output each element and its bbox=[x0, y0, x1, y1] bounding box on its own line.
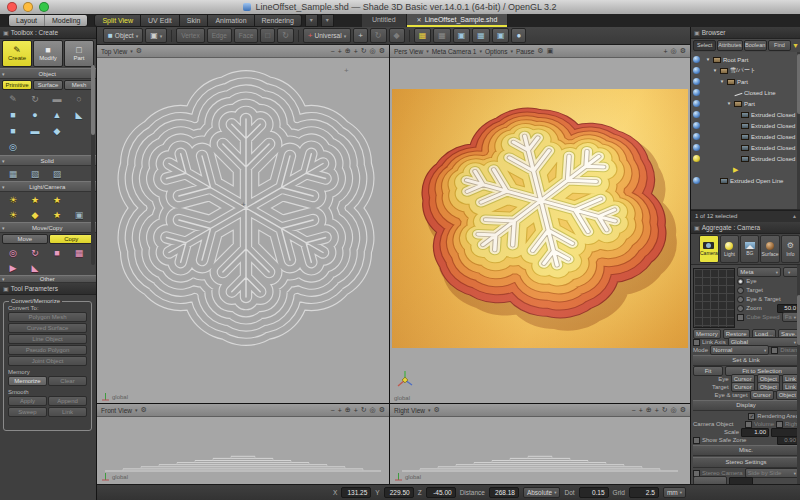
tree-row[interactable]: Extruded Closed bbox=[703, 131, 797, 142]
light-camera-section-header[interactable]: ▾Light/Camera bbox=[0, 181, 96, 192]
rotate-manipulator-button[interactable]: ↻ bbox=[370, 28, 387, 43]
cylinder-tool-icon[interactable]: ▬ bbox=[24, 124, 46, 138]
disclosure-icon[interactable]: ▼ bbox=[712, 68, 718, 73]
right-checkbox[interactable] bbox=[776, 421, 783, 428]
tab-info[interactable]: ⚙Info bbox=[781, 235, 800, 263]
tab-light[interactable]: Light bbox=[720, 235, 739, 263]
coordinate-space-label[interactable]: global bbox=[394, 395, 410, 401]
area-light-icon[interactable]: ◆ bbox=[24, 208, 46, 222]
render-flag-sphere[interactable] bbox=[693, 78, 700, 85]
copy-button[interactable]: Copy bbox=[49, 234, 95, 244]
object-section-header[interactable]: ▾Object bbox=[0, 68, 96, 79]
zoom-out-icon[interactable]: − bbox=[632, 407, 636, 414]
mirror-copy-icon[interactable]: ▶ bbox=[2, 261, 24, 275]
view-settings-icon[interactable]: ⚙ bbox=[680, 47, 686, 55]
spot-light-icon[interactable]: ★ bbox=[24, 193, 46, 207]
cone-tool-icon[interactable]: ▲ bbox=[46, 108, 68, 122]
safe-zone-checkbox[interactable] bbox=[693, 437, 700, 444]
viewport-label[interactable]: Right View bbox=[394, 407, 425, 414]
polyline-tool-icon[interactable]: ✎ bbox=[2, 92, 24, 106]
options-menu[interactable]: Options bbox=[485, 48, 507, 55]
shear-copy-icon[interactable]: ◣ bbox=[24, 261, 46, 275]
toolbox-scrollbar[interactable] bbox=[91, 65, 95, 265]
solid-subtract-icon[interactable]: ▧ bbox=[24, 167, 46, 181]
distant-checkbox[interactable] bbox=[771, 347, 778, 354]
zoom-in-icon[interactable]: + bbox=[664, 48, 668, 55]
solid-intersect-icon[interactable]: ▨ bbox=[46, 167, 68, 181]
disclosure-icon[interactable]: ▼ bbox=[726, 101, 732, 106]
tree-row[interactable]: Extruded Closed bbox=[703, 153, 797, 164]
close-tab-icon[interactable]: ✕ bbox=[417, 17, 422, 23]
magnify-icon[interactable]: ◎ bbox=[671, 47, 677, 55]
x-coordinate[interactable]: 131.25 bbox=[341, 487, 371, 498]
memory-button[interactable]: Memory bbox=[693, 329, 721, 339]
tree-row[interactable]: Extruded Closed bbox=[703, 142, 797, 153]
camera-mode-button[interactable]: ▣▾ bbox=[145, 28, 167, 43]
memorize-button[interactable]: Memorize bbox=[8, 376, 47, 386]
tree-row[interactable]: ▼Part bbox=[703, 98, 797, 109]
tab-find[interactable]: Find bbox=[768, 40, 791, 51]
workspace-add-button[interactable]: ▾ bbox=[321, 14, 334, 27]
mode-select[interactable]: Normal▾ bbox=[710, 345, 769, 355]
tab-surface[interactable]: Surface bbox=[33, 80, 63, 90]
render-flag-sphere[interactable] bbox=[693, 144, 700, 151]
camera-type-select[interactable]: Meta▾ bbox=[737, 267, 781, 277]
render-flag-sphere[interactable] bbox=[693, 133, 700, 140]
lasso-select-button[interactable]: ↻ bbox=[277, 28, 294, 43]
grid-value[interactable]: 2.5 bbox=[629, 487, 659, 498]
solid-union-icon[interactable]: ▦ bbox=[2, 167, 24, 181]
smooth-append-button[interactable]: Append bbox=[48, 396, 87, 406]
pers-viewport[interactable]: Pers View▾ Meta Camera 1▾ Options▾ Pause… bbox=[390, 45, 690, 403]
tab-rendering[interactable]: Rendering bbox=[255, 14, 302, 27]
rotate-view-icon[interactable]: ↻ bbox=[361, 406, 367, 414]
part-button[interactable]: □Part bbox=[64, 40, 94, 67]
clear-button[interactable]: Clear bbox=[48, 376, 87, 386]
single-view-button[interactable]: ▣ bbox=[453, 28, 471, 43]
disc-tool-icon[interactable]: ◆ bbox=[46, 124, 68, 138]
solid-section-header[interactable]: ▾Solid bbox=[0, 155, 96, 166]
pan-icon[interactable]: + bbox=[354, 48, 358, 55]
distance-value[interactable]: 268.18 bbox=[489, 487, 519, 498]
view-settings-icon[interactable]: ⚙ bbox=[379, 406, 385, 414]
linear-light-icon[interactable]: ★ bbox=[46, 208, 68, 222]
rounded-box-tool-icon[interactable]: ■ bbox=[2, 108, 24, 122]
smooth-sweep-button[interactable]: Sweep bbox=[8, 407, 47, 417]
render-flag-sphere[interactable] bbox=[693, 177, 700, 184]
coordinate-space-label[interactable]: global bbox=[405, 474, 421, 480]
y-coordinate[interactable]: 229.50 bbox=[384, 487, 414, 498]
quad-view-button[interactable]: ▦ bbox=[472, 28, 490, 43]
render-flag-sphere[interactable] bbox=[693, 67, 700, 74]
shading-mode-button[interactable]: ● bbox=[511, 28, 526, 43]
tree-row[interactable]: ▼雪/パート bbox=[703, 65, 797, 76]
coordinate-space-label[interactable]: global bbox=[112, 474, 128, 480]
viewport-gear-icon[interactable]: ⚙ bbox=[433, 406, 439, 414]
tab-mesh[interactable]: Mesh bbox=[64, 80, 94, 90]
tree-row[interactable]: Extruded Closed bbox=[703, 109, 797, 120]
torus-tool-icon[interactable]: ◎ bbox=[2, 140, 24, 154]
modify-button[interactable]: ■Modify bbox=[33, 40, 63, 67]
render-flag-sphere[interactable] bbox=[693, 111, 700, 118]
zoom-in-icon[interactable]: + bbox=[338, 407, 342, 414]
scale-copy-icon[interactable]: ■ bbox=[46, 246, 68, 260]
viewport-label[interactable]: Pers View bbox=[394, 48, 423, 55]
universal-manipulator-button[interactable]: +Universal▾ bbox=[303, 28, 351, 43]
point-light-icon[interactable]: ☀ bbox=[2, 193, 24, 207]
tab-camera[interactable]: Camera bbox=[699, 235, 719, 263]
rendering-area-checkbox[interactable]: ✓ bbox=[748, 413, 755, 420]
tab-split-view[interactable]: Split View bbox=[94, 14, 141, 27]
convert-polygon-mesh-button[interactable]: Polygon Mesh bbox=[8, 312, 87, 322]
render-flag-sphere[interactable] bbox=[693, 122, 700, 129]
tab-layout[interactable]: Layout bbox=[9, 15, 44, 26]
disclosure-icon[interactable]: ▼ bbox=[705, 57, 711, 62]
tab-uv-edit[interactable]: UV Edit bbox=[141, 14, 180, 27]
zoom-tool-icon[interactable]: ⊕ bbox=[345, 47, 351, 55]
workspace-options-button[interactable]: ▾ bbox=[305, 14, 318, 27]
tab-surface[interactable]: Surface bbox=[760, 235, 779, 263]
camera-select[interactable]: Meta Camera 1 bbox=[432, 48, 477, 55]
coordinate-mode-select[interactable]: Absolute▾ bbox=[523, 487, 561, 498]
smooth-link-button[interactable]: Link bbox=[48, 407, 87, 417]
zoom-in-icon[interactable]: + bbox=[639, 407, 643, 414]
tree-cursor-row[interactable]: ▶ bbox=[703, 164, 797, 175]
move-copy-section-header[interactable]: ▾Move/Copy bbox=[0, 222, 96, 233]
distant-light-icon[interactable]: ★ bbox=[46, 193, 68, 207]
